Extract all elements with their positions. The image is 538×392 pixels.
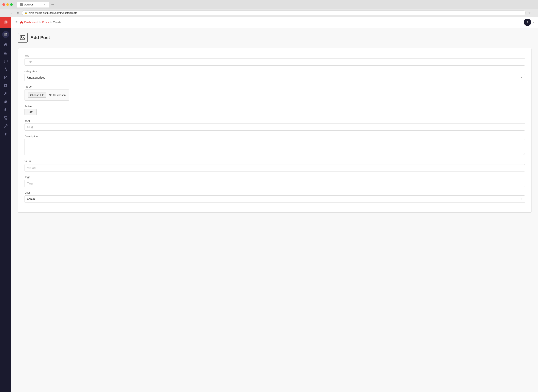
minimize-window-btn[interactable] bbox=[6, 3, 9, 6]
app-logo[interactable]: N bbox=[0, 17, 11, 28]
svg-rect-1 bbox=[51, 5, 54, 5]
pic-url-group: Pic Url Choose File No file chosen bbox=[24, 85, 525, 101]
lock-icon: 🔒 bbox=[24, 12, 27, 14]
user-menu-btn[interactable]: P bbox=[524, 19, 531, 26]
user-select-wrapper: admin bbox=[24, 195, 525, 203]
svg-rect-4 bbox=[4, 33, 7, 36]
forward-btn[interactable]: › bbox=[9, 10, 14, 15]
url-input[interactable]: 🔒 ninja-media-script.test/admin/posts/cr… bbox=[22, 10, 526, 15]
new-tab-btn[interactable] bbox=[50, 2, 56, 8]
breadcrumb-dashboard-link[interactable]: Dashboard bbox=[20, 21, 38, 24]
url-text: ninja-media-script.test/admin/posts/crea… bbox=[28, 11, 77, 14]
svg-text:N: N bbox=[5, 21, 7, 24]
svg-rect-5 bbox=[5, 33, 5, 34]
sidebar: N bbox=[0, 17, 11, 392]
svg-rect-6 bbox=[6, 33, 7, 34]
hamburger-menu-btn[interactable]: ≡ bbox=[15, 20, 18, 24]
slug-label: Slug bbox=[24, 119, 525, 122]
vid-url-group: Vid Url bbox=[24, 160, 525, 172]
description-group: Description bbox=[24, 135, 525, 156]
categories-select[interactable]: Uncategorized bbox=[24, 74, 525, 81]
svg-rect-10 bbox=[5, 43, 6, 45]
slug-input[interactable] bbox=[24, 123, 525, 131]
tab-close-btn[interactable]: ✕ bbox=[43, 3, 46, 6]
breadcrumb-sep1: > bbox=[39, 21, 41, 24]
active-label: Active bbox=[24, 105, 525, 108]
page-header: Add Post bbox=[18, 33, 532, 42]
topbar-right: P ▾ bbox=[524, 19, 534, 26]
active-toggle-btn[interactable]: Off bbox=[24, 109, 37, 115]
no-file-text: No file chosen bbox=[49, 93, 66, 97]
pic-url-label: Pic Url bbox=[24, 85, 525, 88]
sidebar-item-shop[interactable] bbox=[0, 114, 11, 122]
bookmark-btn[interactable]: ☆ bbox=[528, 11, 531, 14]
categories-group: categories Uncategorized bbox=[24, 70, 525, 81]
categories-label: categories bbox=[24, 70, 525, 73]
breadcrumb-current: Create bbox=[53, 21, 61, 24]
vid-url-input[interactable] bbox=[24, 164, 525, 172]
title-label: Title bbox=[24, 54, 525, 57]
breadcrumb-sep2: > bbox=[50, 21, 52, 24]
description-textarea[interactable] bbox=[24, 139, 525, 155]
sidebar-item-document[interactable] bbox=[0, 73, 11, 81]
vid-url-label: Vid Url bbox=[24, 160, 525, 163]
sidebar-item-settings[interactable] bbox=[0, 130, 11, 138]
back-btn[interactable]: ‹ bbox=[2, 10, 7, 15]
sidebar-item-pages[interactable] bbox=[0, 81, 11, 89]
description-label: Description bbox=[24, 135, 525, 138]
sidebar-user-avatar[interactable] bbox=[0, 29, 11, 40]
tags-group: Tags bbox=[24, 176, 525, 187]
svg-rect-7 bbox=[5, 35, 7, 35]
active-tab[interactable]: Add Post ✕ bbox=[17, 2, 49, 8]
form-card: Title categories Uncategorized Pic Url bbox=[18, 48, 532, 213]
svg-point-25 bbox=[5, 134, 6, 135]
page-icon bbox=[18, 33, 28, 42]
breadcrumb-posts-link[interactable]: Posts bbox=[42, 21, 49, 24]
tab-title: Add Post bbox=[24, 3, 34, 6]
svg-point-18 bbox=[5, 92, 6, 93]
user-group: User admin bbox=[24, 191, 525, 203]
svg-point-21 bbox=[5, 110, 6, 111]
categories-select-wrapper: Uncategorized bbox=[24, 74, 525, 81]
sidebar-item-user[interactable] bbox=[0, 89, 11, 98]
page-title: Add Post bbox=[30, 35, 50, 40]
sidebar-item-tools[interactable] bbox=[0, 122, 11, 130]
user-dropdown-arrow[interactable]: ▾ bbox=[533, 21, 534, 23]
user-label: User bbox=[24, 191, 525, 194]
user-initial: P bbox=[527, 21, 528, 23]
sidebar-item-print[interactable] bbox=[0, 41, 11, 49]
traffic-lights bbox=[2, 3, 13, 6]
svg-point-20 bbox=[5, 102, 6, 103]
content-area: Add Post Title categories Uncategorized bbox=[11, 28, 538, 392]
title-input[interactable] bbox=[24, 58, 525, 65]
refresh-btn[interactable]: ↻ bbox=[15, 10, 20, 15]
sidebar-item-chat[interactable] bbox=[0, 57, 11, 65]
maximize-window-btn[interactable] bbox=[10, 3, 13, 6]
sidebar-item-camera[interactable] bbox=[0, 106, 11, 114]
close-window-btn[interactable] bbox=[2, 3, 5, 6]
topbar: ≡ Dashboard > Posts > Create P ▾ bbox=[11, 17, 538, 28]
file-input-wrapper: Choose File No file chosen bbox=[24, 89, 69, 101]
browser-menu-btn[interactable]: ⋮ bbox=[532, 11, 536, 15]
user-select[interactable]: admin bbox=[24, 195, 525, 203]
choose-file-btn[interactable]: Choose File bbox=[28, 93, 46, 98]
browser-titlebar: Add Post ✕ ‹ › ↻ 🔒 ninja-media-script.te… bbox=[0, 0, 538, 17]
tags-input[interactable] bbox=[24, 180, 525, 187]
sidebar-item-alerts[interactable] bbox=[0, 65, 11, 73]
breadcrumb: Dashboard > Posts > Create bbox=[20, 21, 61, 24]
address-bar: ‹ › ↻ 🔒 ninja-media-script.test/admin/po… bbox=[0, 9, 538, 17]
sidebar-item-image[interactable] bbox=[0, 49, 11, 57]
tab-favicon bbox=[20, 3, 23, 6]
sidebar-item-lock[interactable] bbox=[0, 98, 11, 106]
tags-label: Tags bbox=[24, 176, 525, 179]
active-group: Active Off bbox=[24, 105, 525, 115]
slug-group: Slug bbox=[24, 119, 525, 131]
title-group: Title bbox=[24, 54, 525, 65]
